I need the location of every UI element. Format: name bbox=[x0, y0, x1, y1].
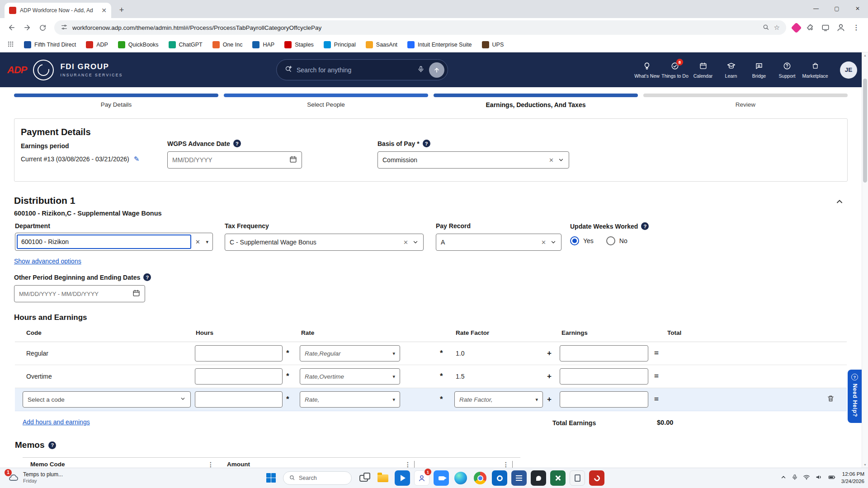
other-period-date-field[interactable] bbox=[14, 285, 145, 302]
task-view-button[interactable] bbox=[356, 470, 371, 486]
help-icon[interactable]: ? bbox=[143, 273, 151, 281]
step-label[interactable]: Earnings, Deductions, And Taxes bbox=[434, 101, 638, 108]
taskbar-search-input[interactable] bbox=[299, 475, 344, 481]
side-panel-icon[interactable] bbox=[818, 20, 833, 35]
window-minimize-button[interactable]: — bbox=[806, 0, 826, 17]
department-combobox[interactable]: ✕ ▾ bbox=[15, 233, 213, 251]
browser-profile-avatar[interactable] bbox=[834, 20, 848, 35]
calculator-app-button[interactable] bbox=[570, 470, 585, 486]
step-label[interactable]: Select People bbox=[224, 101, 428, 108]
no-label[interactable]: No bbox=[619, 237, 627, 244]
step-label[interactable]: Review bbox=[643, 101, 848, 108]
department-input[interactable] bbox=[17, 235, 191, 249]
header-nav-bridge[interactable]: Bridge bbox=[745, 61, 773, 79]
window-maximize-button[interactable]: ▢ bbox=[826, 0, 847, 17]
header-nav-things-to-do[interactable]: 8 Things to Do bbox=[661, 61, 689, 79]
header-nav-learn[interactable]: Learn bbox=[717, 61, 745, 79]
back-icon[interactable] bbox=[5, 20, 19, 35]
radio-yes[interactable] bbox=[570, 236, 579, 245]
bookmark-item[interactable]: ADP bbox=[86, 41, 108, 48]
column-resize-handle[interactable] bbox=[414, 461, 415, 468]
help-icon[interactable]: ? bbox=[48, 441, 56, 449]
column-resize-handle[interactable] bbox=[512, 461, 513, 468]
chevron-down-icon[interactable] bbox=[412, 239, 419, 245]
update-weeks-no-option[interactable]: No bbox=[606, 236, 627, 245]
edge-browser-button[interactable] bbox=[453, 470, 468, 486]
widgets-button[interactable]: 1 Temps to plum... Friday bbox=[5, 470, 66, 484]
column-menu-kebab-icon[interactable]: ⋮ bbox=[208, 461, 214, 468]
video-app-button[interactable] bbox=[434, 470, 449, 486]
reload-icon[interactable] bbox=[35, 20, 50, 35]
bookmark-item[interactable]: Staples bbox=[284, 41, 314, 48]
new-tab-button[interactable]: + bbox=[116, 4, 127, 16]
new-row-rate-factor-select[interactable]: Rate Factor, ▾ bbox=[454, 391, 543, 408]
wgps-date-input[interactable] bbox=[172, 156, 289, 164]
microphone-icon[interactable] bbox=[417, 66, 425, 75]
word-app-button[interactable] bbox=[511, 470, 527, 486]
step-select-people[interactable]: Select People bbox=[224, 94, 428, 108]
bookmark-item[interactable]: QuickBooks bbox=[118, 41, 159, 48]
battery-icon[interactable] bbox=[827, 474, 836, 483]
add-hours-earnings-link[interactable]: Add hours and earnings bbox=[23, 418, 90, 426]
movies-app-button[interactable] bbox=[395, 470, 410, 486]
bookmark-item[interactable]: UPS bbox=[482, 41, 504, 48]
collapse-chevron-up-icon[interactable] bbox=[835, 197, 844, 208]
header-nav-support[interactable]: Support bbox=[773, 61, 801, 79]
acrobat-app-button[interactable] bbox=[589, 470, 604, 486]
dev-app-button[interactable] bbox=[531, 470, 546, 486]
window-close-button[interactable]: ✕ bbox=[847, 0, 868, 17]
scrollbar-thumb[interactable] bbox=[863, 79, 867, 183]
bookmark-item[interactable]: Intuit Enterprise Suite bbox=[407, 41, 472, 48]
microphone-tray-icon[interactable] bbox=[792, 474, 798, 482]
bookmark-item[interactable]: One Inc bbox=[212, 41, 243, 48]
clear-icon[interactable]: ✕ bbox=[541, 239, 546, 246]
overtime-rate-select[interactable]: Rate,Overtime ▾ bbox=[300, 368, 400, 385]
start-button[interactable] bbox=[264, 470, 279, 486]
site-info-icon[interactable] bbox=[61, 23, 68, 32]
column-menu-kebab-icon[interactable]: ⋮ bbox=[405, 461, 411, 468]
delete-row-trash-icon[interactable] bbox=[827, 395, 835, 404]
new-row-earnings-input[interactable] bbox=[560, 391, 648, 408]
scroll-up-arrow[interactable]: ▲ bbox=[862, 54, 868, 57]
show-advanced-options-link[interactable]: Show advanced options bbox=[14, 258, 81, 265]
header-nav-calendar[interactable]: Calendar bbox=[689, 61, 717, 79]
regular-hours-input[interactable] bbox=[195, 345, 283, 361]
overtime-hours-input[interactable] bbox=[195, 368, 283, 385]
forward-icon[interactable] bbox=[20, 20, 34, 35]
browser-menu-kebab-icon[interactable]: ⋮ bbox=[849, 20, 863, 35]
help-icon[interactable]: ? bbox=[423, 140, 430, 147]
global-search[interactable] bbox=[277, 60, 448, 80]
outlook-app-button[interactable] bbox=[492, 470, 507, 486]
step-label[interactable]: Pay Details bbox=[14, 101, 218, 108]
tax-frequency-select[interactable]: C - Supplemental Wage Bonus ✕ bbox=[225, 234, 424, 251]
scroll-down-arrow[interactable]: ▼ bbox=[862, 463, 868, 466]
chevron-down-icon[interactable] bbox=[550, 239, 557, 245]
update-weeks-yes-option[interactable]: Yes bbox=[570, 236, 594, 245]
help-icon[interactable]: ? bbox=[641, 222, 649, 230]
search-submit-button[interactable] bbox=[429, 62, 444, 78]
pay-record-select[interactable]: A ✕ bbox=[436, 234, 561, 251]
radio-no[interactable] bbox=[606, 236, 615, 245]
new-row-rate-select[interactable]: Rate, ▾ bbox=[300, 391, 400, 408]
chat-app-button[interactable]: 1 bbox=[414, 470, 429, 486]
calendar-picker-icon[interactable] bbox=[132, 289, 140, 299]
browser-tab[interactable]: ADP Workforce Now - Add, Ad ✕ bbox=[5, 3, 111, 18]
bookmark-item[interactable]: ChatGPT bbox=[169, 41, 203, 48]
header-nav-whats-new[interactable]: What's New bbox=[633, 61, 661, 79]
regular-earnings-input[interactable] bbox=[560, 345, 648, 361]
select-code-dropdown[interactable]: Select a code bbox=[23, 391, 191, 408]
file-explorer-button[interactable] bbox=[375, 470, 391, 486]
lens-search-icon[interactable] bbox=[762, 23, 769, 32]
other-period-date-input[interactable] bbox=[19, 291, 132, 297]
step-review[interactable]: Review bbox=[643, 94, 848, 108]
bookmark-item[interactable]: SaasAnt bbox=[366, 41, 397, 48]
extensions-puzzle-icon[interactable] bbox=[803, 20, 817, 35]
excel-app-button[interactable] bbox=[550, 470, 566, 486]
address-bar[interactable]: workforcenow.adp.com/theme/admin.html#/P… bbox=[54, 20, 786, 35]
wifi-icon[interactable] bbox=[803, 474, 810, 483]
bookmark-star-icon[interactable]: ☆ bbox=[774, 23, 780, 32]
overtime-earnings-input[interactable] bbox=[560, 368, 648, 385]
pinned-extension-icon[interactable] bbox=[791, 22, 802, 33]
calendar-picker-icon[interactable] bbox=[289, 155, 297, 165]
bookmark-item[interactable]: Principal bbox=[324, 41, 356, 48]
